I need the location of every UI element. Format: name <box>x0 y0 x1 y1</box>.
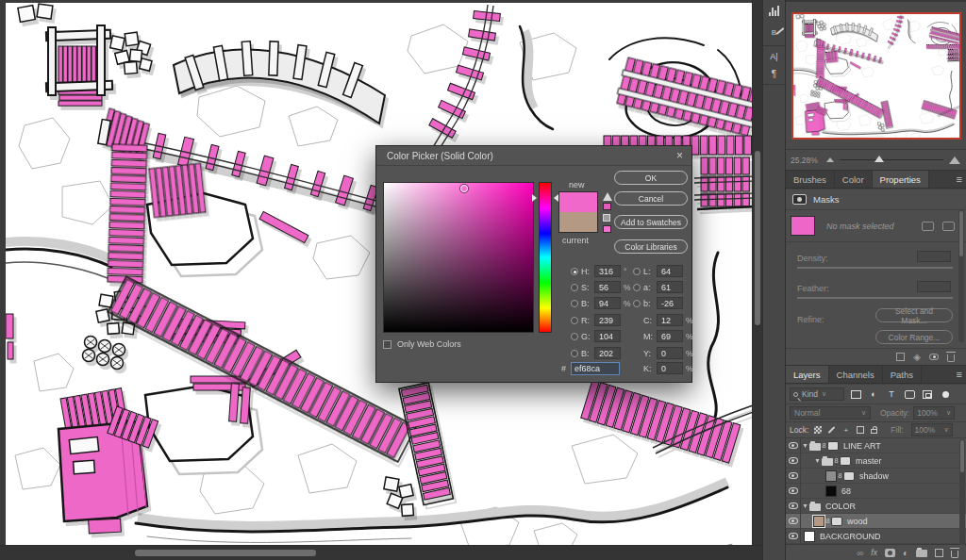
gamut-replacement-swatch[interactable] <box>603 203 611 210</box>
visibility-toggle[interactable] <box>786 529 801 544</box>
g-input[interactable]: 104 <box>594 330 621 342</box>
expand-chevron-icon[interactable]: ▾ <box>801 441 809 450</box>
b-input[interactable]: 94 <box>594 297 621 309</box>
zoom-slider-thumb[interactable] <box>874 156 884 162</box>
radio-b2[interactable] <box>571 350 578 357</box>
layer-name[interactable]: LINE ART <box>843 441 881 451</box>
layer-row-68[interactable]: 68 <box>786 484 966 499</box>
tab-channels[interactable]: Channels <box>829 366 883 383</box>
properties-scrollbar[interactable] <box>958 210 964 342</box>
lock-artboard-icon[interactable] <box>855 425 865 435</box>
horizontal-scrollbar[interactable] <box>0 545 762 560</box>
color-field[interactable] <box>383 182 534 333</box>
lock-position-icon[interactable]: + <box>841 425 851 435</box>
layer-name[interactable]: shadow <box>859 471 889 481</box>
lab-b-input[interactable]: -26 <box>657 297 683 309</box>
pixel-mask-icon[interactable] <box>922 222 934 231</box>
lock-pixels-icon[interactable] <box>826 425 837 435</box>
density-slider[interactable] <box>797 267 953 269</box>
b2-input[interactable]: 202 <box>594 347 621 359</box>
select-and-mask-button[interactable]: Select and Mask... <box>875 308 953 322</box>
load-selection-icon[interactable] <box>896 353 905 361</box>
filter-type-layers-icon[interactable]: T <box>885 388 898 400</box>
panel-menu-icon[interactable]: ≡ <box>957 174 962 184</box>
color-range-button[interactable]: Color Range... <box>875 330 953 344</box>
visibility-toggle[interactable] <box>786 469 801 484</box>
filter-adjustment-layers-icon[interactable]: ◐ <box>867 388 880 400</box>
filter-shape-layers-icon[interactable] <box>903 388 916 400</box>
radio-l[interactable] <box>633 268 641 275</box>
fill-dropdown[interactable]: 100% ∨ <box>911 423 953 436</box>
layer-row-wood-selected[interactable]: 8 wood <box>786 514 966 529</box>
vector-mask-icon[interactable] <box>942 222 955 231</box>
lock-transparency-icon[interactable] <box>812 425 823 435</box>
layer-row-color-group[interactable]: ▾ COLOR <box>786 499 966 514</box>
feather-slider[interactable] <box>797 297 953 299</box>
tab-layers[interactable]: Layers <box>786 366 829 383</box>
filter-smart-object-icon[interactable] <box>921 388 934 400</box>
l-input[interactable]: 64 <box>657 265 683 277</box>
visibility-toggle[interactable] <box>786 453 801 469</box>
radio-r[interactable] <box>571 317 578 324</box>
ok-button[interactable]: OK <box>614 171 688 185</box>
tab-color[interactable]: Color <box>835 171 873 188</box>
layer-thumbnail[interactable] <box>825 470 837 482</box>
hex-input[interactable] <box>571 362 620 375</box>
color-field-marker[interactable] <box>460 185 468 192</box>
zoom-level-field[interactable]: 25.28% <box>791 156 826 165</box>
layer-row-line-art[interactable]: ▾ 8 LINE ART <box>786 438 966 453</box>
web-color-cube-icon[interactable] <box>603 214 610 222</box>
disable-mask-eye-icon[interactable] <box>929 354 939 360</box>
layer-thumbnail[interactable] <box>825 486 837 497</box>
group-mask-thumbnail[interactable] <box>827 441 839 451</box>
radio-lab-b[interactable] <box>633 300 641 307</box>
layer-name[interactable]: COLOR <box>825 502 856 511</box>
visibility-toggle[interactable] <box>786 499 801 514</box>
link-layers-icon[interactable]: ∞ <box>857 548 863 558</box>
y-input[interactable]: 0 <box>657 347 683 359</box>
zoom-slider[interactable] <box>840 159 943 160</box>
histogram-panel-icon[interactable] <box>763 0 785 22</box>
gamut-warning-icon[interactable] <box>603 192 612 201</box>
adjustment-layer-icon[interactable]: ◐ <box>903 548 908 558</box>
layer-mask-thumbnail[interactable] <box>843 471 855 481</box>
filter-pixel-layers-icon[interactable] <box>849 388 862 400</box>
tab-properties[interactable]: Properties <box>873 171 929 188</box>
k-input[interactable]: 0 <box>657 362 683 374</box>
layer-style-fx-icon[interactable]: fx <box>871 548 877 557</box>
panel-menu-icon[interactable]: ≡ <box>957 370 962 379</box>
layers-scrollbar[interactable] <box>959 439 965 545</box>
radio-h[interactable] <box>571 268 578 275</box>
feather-value[interactable] <box>917 281 951 292</box>
filter-toggle-icon[interactable] <box>939 388 952 400</box>
opacity-dropdown[interactable]: 100% ∨ <box>913 406 955 420</box>
layer-row-background[interactable]: BACKGROUND <box>786 529 966 544</box>
layer-row-shadow[interactable]: 8 shadow <box>786 469 966 484</box>
new-group-icon[interactable] <box>916 550 927 557</box>
only-web-colors-checkbox[interactable] <box>383 340 391 349</box>
delete-mask-icon[interactable] <box>947 354 955 362</box>
radio-g[interactable] <box>571 333 578 340</box>
expand-chevron-icon[interactable]: ▾ <box>801 502 809 510</box>
c-input[interactable]: 12 <box>657 314 683 326</box>
fill-layer-thumbnail[interactable] <box>813 516 824 527</box>
visibility-toggle[interactable] <box>786 438 801 453</box>
layer-mask-thumbnail[interactable] <box>831 517 842 526</box>
filter-kind-dropdown[interactable]: Kind ∨ <box>790 387 844 401</box>
hue-slider[interactable] <box>539 182 552 333</box>
brush-settings-panel-icon[interactable]: B <box>763 22 785 43</box>
zoom-out-icon[interactable] <box>826 157 834 162</box>
add-mask-icon[interactable] <box>885 549 895 557</box>
vertical-scrollbar-thumb[interactable] <box>755 151 760 325</box>
layer-name[interactable]: master <box>856 456 882 466</box>
layer-name[interactable]: 68 <box>841 486 851 496</box>
r-input[interactable]: 239 <box>594 314 621 326</box>
delete-layer-icon[interactable] <box>951 551 958 558</box>
a-input[interactable]: 61 <box>657 281 683 293</box>
radio-s[interactable] <box>571 284 578 291</box>
layer-thumbnail[interactable] <box>804 531 815 542</box>
density-value[interactable] <box>917 251 951 262</box>
group-mask-thumbnail[interactable] <box>840 456 851 466</box>
tab-brushes[interactable]: Brushes <box>786 171 835 188</box>
web-replacement-swatch[interactable] <box>603 225 611 233</box>
